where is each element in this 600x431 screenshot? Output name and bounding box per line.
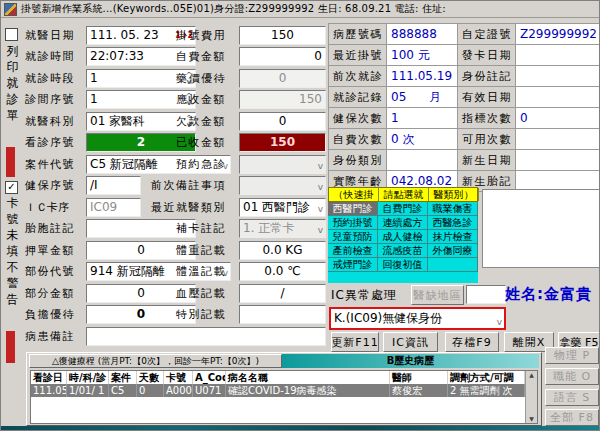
history-header-row: 看診日 時/科/診 案件 天數 卡號 A_Code 病名名稱 醫師 調劑方式/可… <box>31 371 537 384</box>
appointment-er-combo[interactable]: v <box>239 155 326 174</box>
info-label: 可用次數 <box>458 129 515 149</box>
weight-label: 體重記載 <box>176 241 226 260</box>
case-code-label: 案件代號 <box>25 155 75 174</box>
scroll-down-icon[interactable]: ▼ <box>529 415 534 423</box>
tab-history[interactable]: B歷史病歷 <box>282 354 539 368</box>
info-value: 100 元 <box>387 45 457 65</box>
quick-cell[interactable]: 職業傷害 <box>428 202 478 216</box>
self-pay-field[interactable]: 0 <box>239 47 326 66</box>
registration-window: 掛號新增作業系統...(Keywords..05E)01)身分證:Z299999… <box>0 0 600 431</box>
card-no-warn-checkbox[interactable]: ✓ <box>5 181 18 194</box>
info-label: 身份註記 <box>458 66 515 86</box>
ic-status-combo[interactable]: K.(IC09)無健保身份 v <box>329 307 506 330</box>
info-value: 0 <box>516 108 600 128</box>
info-label: 就診記錄 <box>329 87 386 107</box>
dropdown-arrow-icon: v <box>318 222 323 238</box>
nhi-prev-label: 前次 <box>151 176 176 195</box>
print-slip-label: 列印就診單 <box>5 43 20 123</box>
info-label: 自費次數 <box>329 129 386 149</box>
history-row-selected[interactable]: 111.05.23 1/01/ 1 C5 0 A000 U071 確認COVID… <box>31 384 537 397</box>
dropdown-arrow-icon[interactable]: v <box>318 179 323 195</box>
special-note-field[interactable] <box>239 305 326 324</box>
history-scrollbar[interactable]: ▲ ▼ <box>525 371 537 423</box>
deposit-label: 押單金額 <box>25 241 75 260</box>
quick-cell[interactable]: 外傷同療 <box>428 244 478 258</box>
quick-cell[interactable]: 抹片檢查 <box>428 230 478 244</box>
occupational-button[interactable]: 職能 O <box>545 368 599 385</box>
ic-seq-label: ＩＣ卡序 <box>25 198 69 217</box>
part-code-label: 部份代號 <box>25 262 75 281</box>
patient-note-field[interactable] <box>86 327 326 346</box>
self-pay-label: 自費金額 <box>176 47 226 66</box>
drug-discount-field: 0 <box>239 69 326 88</box>
dropdown-arrow-icon[interactable]: v <box>497 313 502 332</box>
history-panel: △復健療程 (當月PT:【0次】，回診一年PT:【0次】) B歷史病歷 看診日 … <box>26 352 542 426</box>
quick-cell[interactable]: 產前檢查 <box>328 244 378 258</box>
remark-combo[interactable]: v <box>239 176 326 195</box>
card-note-combo: 1. 正常卡 v <box>239 219 326 238</box>
reg-fee-field[interactable]: 150 <box>239 26 326 45</box>
info-label: 病歷號碼 <box>329 24 386 44</box>
history-table: 看診日 時/科/診 案件 天數 卡號 A_Code 病名名稱 醫師 調劑方式/可… <box>30 370 538 424</box>
all-button[interactable]: 全部 F8 <box>545 409 599 426</box>
region-button: 醫缺地區 <box>411 285 464 305</box>
temperature-label: 體溫記載 <box>176 262 226 281</box>
info-value: 888888 <box>387 24 457 44</box>
quick-cell[interactable]: 兒童預防 <box>328 230 378 244</box>
quick-cell[interactable]: 西醫急診 <box>428 216 478 230</box>
scroll-up-icon[interactable]: ▲ <box>529 371 534 379</box>
part-amount-label: 部分金額 <box>25 284 75 303</box>
title-bar: 掛號新增作業系統...(Keywords..05E)01)身分證:Z299999… <box>1 1 600 18</box>
received-field[interactable]: 150 <box>239 133 326 152</box>
ic-seq-field[interactable]: IC09 <box>86 198 141 217</box>
quick-cell[interactable]: 回復初值 <box>378 258 428 272</box>
blood-pressure-field[interactable]: / <box>239 284 326 303</box>
weight-field[interactable]: 0.0 KG <box>239 241 326 260</box>
dropdown-arrow-icon[interactable]: v <box>318 201 323 217</box>
blood-pressure-label: 血壓記載 <box>176 284 226 303</box>
region-input[interactable] <box>466 285 506 304</box>
fetus-note-label: 胎胞註記 <box>25 219 75 238</box>
ic-info-button[interactable]: IC資訊 <box>383 332 438 352</box>
patient-name: 姓名:金富貴 <box>505 285 592 304</box>
info-label: 自定證號 <box>458 24 515 44</box>
drug-discount-label: 藥價優待 <box>176 69 226 88</box>
print-slip-checkbox[interactable] <box>5 28 18 41</box>
update-button[interactable]: 更新F11 <box>331 332 379 352</box>
temperature-field[interactable]: 0.0 ℃ <box>239 262 326 281</box>
quick-cell[interactable]: 連續處方 <box>378 216 428 230</box>
arrears-field[interactable]: 0 <box>239 112 326 131</box>
info-value <box>516 150 600 170</box>
patient-info-table: 病歷號碼 888888 自定證號 Z299999992 最近掛號 100 元 發… <box>328 23 600 192</box>
info-value <box>516 171 600 191</box>
save-button[interactable]: 存檔F9 <box>445 332 499 352</box>
quick-cell[interactable]: 流感疫苗 <box>378 244 428 258</box>
arrears-label: 欠款金額 <box>176 112 226 131</box>
special-note-label: 特別記載 <box>176 305 226 324</box>
nhi-seq-label: 健保序號 <box>25 176 75 195</box>
visit-time-label: 就診時間 <box>25 47 75 66</box>
quick-cell[interactable]: 預約掛號 <box>328 216 378 230</box>
room-seq-label: 診間序號 <box>25 90 75 109</box>
quick-select-header: （快速掛 請點選就 醫類別） <box>328 187 478 202</box>
receivable-field: 150 <box>239 90 326 109</box>
physical-button[interactable]: 物理 P <box>545 347 599 364</box>
quick-cell-selected[interactable]: 西醫門診 <box>328 202 378 216</box>
quick-cell[interactable]: 自費門診 <box>378 202 428 216</box>
dropdown-arrow-icon[interactable]: v <box>318 158 323 174</box>
info-value: 0 次 <box>387 129 457 149</box>
speech-button[interactable]: 語言 S <box>545 389 599 406</box>
visit-type-combo[interactable]: 01 西醫門診 v <box>239 198 326 217</box>
info-value: 05 月 <box>387 87 457 107</box>
quick-cell[interactable]: 成人健檢 <box>378 230 428 244</box>
app-icon <box>4 3 17 16</box>
info-label: 身份類別 <box>329 150 386 170</box>
info-value: Z299999992 <box>516 24 600 44</box>
tab-rehab[interactable]: △復健療程 (當月PT:【0次】，回診一年PT:【0次】) <box>29 354 282 368</box>
detail-list-box[interactable] <box>482 189 600 268</box>
quick-cell[interactable] <box>428 258 478 272</box>
quick-cell[interactable]: 戒煙門診 <box>328 258 378 272</box>
ic-recent-label: 最近 <box>151 198 176 217</box>
card-note-label: 補卡註記 <box>176 219 226 238</box>
nhi-seq-field[interactable]: /I <box>86 176 141 195</box>
